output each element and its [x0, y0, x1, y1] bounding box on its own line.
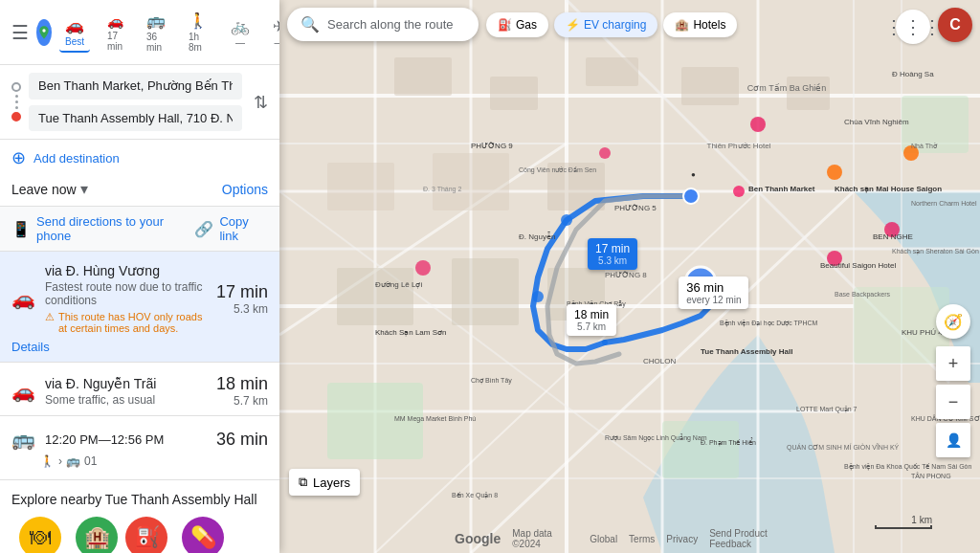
- copy-link-button[interactable]: 🔗 Copy link: [194, 214, 268, 243]
- send-directions-button[interactable]: 📱 Send directions to your phone: [11, 214, 194, 243]
- transport-modes: 🚗 Best 🚗 17 min 🚌 36 min 🚶 1h 8m 🚲 — ✈: [59, 8, 279, 56]
- svg-rect-25: [586, 57, 638, 86]
- mode-walk[interactable]: 🚶 1h 8m: [183, 8, 213, 56]
- send-feedback-link[interactable]: Send Product Feedback: [709, 528, 805, 549]
- layers-button[interactable]: ⧉ Layers: [289, 469, 360, 496]
- global-link[interactable]: Global: [590, 534, 617, 544]
- transit-option[interactable]: 🚌 12:20 PM—12:56 PM 36 min 🚶 › 🚌 01: [0, 416, 279, 480]
- svg-text:CHOLON: CHOLON: [643, 357, 676, 365]
- user-avatar[interactable]: C: [938, 8, 972, 42]
- svg-point-1: [42, 29, 45, 32]
- svg-text:PHƯỜNG 8: PHƯỜNG 8: [605, 271, 647, 279]
- origin-dot: [11, 82, 21, 92]
- route-time-box-1[interactable]: 17 min 5.3 km: [588, 238, 637, 270]
- svg-text:Chợ Bình Tây: Chợ Bình Tây: [471, 377, 512, 385]
- map-search-box[interactable]: 🔍 Search along the route: [287, 8, 479, 41]
- mode-drive[interactable]: 🚗 Best: [59, 12, 90, 53]
- filter-gas[interactable]: ⛽ Gas: [486, 12, 548, 37]
- explore-chip-pharmacies[interactable]: 💊 Pharmacies: [175, 517, 231, 553]
- svg-text:PHƯỜNG 5: PHƯỜNG 5: [614, 204, 657, 212]
- map-area[interactable]: Cơm Tấm Ba Ghiền Thiên Phước Hotel Chùa …: [279, 0, 980, 553]
- svg-text:Đ. Nguyễn: Đ. Nguyễn: [519, 232, 555, 241]
- leave-now-bar: Leave now ▾ Options: [0, 172, 279, 207]
- sidebar: ☰ 🚗 Best 🚗 17 min 🚌 36 min 🚶: [0, 0, 279, 553]
- explore-chip-hotels[interactable]: 🏨 Hotels: [76, 517, 118, 553]
- svg-text:PHƯỜNG 9: PHƯỜNG 9: [471, 142, 513, 150]
- svg-text:Nhà Thờ: Nhà Thờ: [911, 143, 938, 149]
- svg-text:Beautiful Saigon Hotel: Beautiful Saigon Hotel: [820, 261, 896, 270]
- explore-title: Explore nearby Tue Thanh Assembly Hall: [11, 492, 268, 507]
- mode-transit[interactable]: 🚌 36 min: [141, 8, 171, 56]
- explore-chips: 🍽 Restaurants 🏨 Hotels ⛽ Gas 💊 Pharmacie…: [11, 517, 268, 553]
- transport-header: ☰ 🚗 Best 🚗 17 min 🚌 36 min 🚶: [0, 0, 279, 65]
- details-link[interactable]: Details: [11, 340, 268, 354]
- svg-rect-24: [490, 77, 538, 110]
- phone-icon: 📱: [11, 220, 31, 238]
- svg-text:MM Mega Market Bình Phú: MM Mega Market Bình Phú: [394, 415, 476, 423]
- zoom-out-button[interactable]: −: [936, 385, 970, 419]
- svg-rect-32: [452, 258, 519, 325]
- scale-bar: 1 km: [875, 515, 932, 529]
- hotels-filter-icon: 🏨: [675, 18, 689, 32]
- gas-filter-icon: ⛽: [498, 18, 512, 32]
- terms-link[interactable]: Terms: [629, 534, 655, 544]
- transit-stops: 🚶 › 🚌 01: [40, 454, 268, 468]
- privacy-link[interactable]: Privacy: [666, 534, 698, 544]
- svg-text:Khách sạn Sheraton Sài Gòn: Khách sạn Sheraton Sài Gòn: [892, 248, 979, 255]
- mode-flight[interactable]: ✈ —: [267, 13, 279, 52]
- walk-icon-small: 🚶: [40, 454, 55, 468]
- transit-time-box[interactable]: 36 min every 12 min: [679, 276, 748, 309]
- add-destination-button[interactable]: ⊕ Add destination: [0, 140, 279, 172]
- restaurants-icon: 🍽: [19, 517, 61, 553]
- add-icon: ⊕: [11, 147, 26, 168]
- origin-input[interactable]: [29, 73, 242, 100]
- explore-nearby-section: Explore nearby Tue Thanh Assembly Hall 🍽…: [0, 480, 279, 553]
- svg-text:Đ Hoàng Sa: Đ Hoàng Sa: [892, 70, 934, 78]
- map-controls: 🧭 + − 👤: [936, 304, 970, 457]
- mode-bike[interactable]: 🚲 —: [225, 13, 256, 52]
- apps-grid-button[interactable]: ⋮⋮⋮: [896, 10, 930, 44]
- filter-hotels[interactable]: 🏨 Hotels: [663, 12, 737, 37]
- svg-rect-27: [787, 77, 830, 110]
- svg-text:Bệnh viện Đại học Dược TPHCM: Bệnh viện Đại học Dược TPHCM: [720, 320, 818, 327]
- link-icon: 🔗: [194, 220, 213, 238]
- svg-text:Khách sạn Mai House Saigon: Khách sạn Mai House Saigon: [835, 185, 942, 193]
- svg-text:Thiên Phước Hotel: Thiên Phước Hotel: [707, 142, 771, 150]
- explore-chip-restaurants[interactable]: 🍽 Restaurants: [11, 517, 68, 553]
- zoom-in-button[interactable]: +: [936, 346, 970, 381]
- svg-text:TÂN PHONG: TÂN PHONG: [911, 472, 951, 479]
- svg-point-49: [415, 260, 431, 276]
- map-data-text: Map data ©2024: [512, 528, 578, 549]
- warning-icon: ⚠: [45, 311, 55, 323]
- svg-rect-29: [433, 153, 509, 210]
- svg-text:Bệnh viện Đa Khoa Quốc Tế Nam : Bệnh viện Đa Khoa Quốc Tế Nam Sài Gòn: [844, 463, 971, 471]
- svg-text:●: ●: [691, 170, 696, 179]
- car-icon-2: 🚗: [11, 380, 35, 403]
- svg-point-39: [683, 188, 699, 204]
- route-option-1[interactable]: 🚗 via Đ. Hùng Vương Fastest route now du…: [0, 252, 279, 363]
- route-time-box-2[interactable]: 18 min 5.7 km: [567, 304, 616, 336]
- route-option-2[interactable]: 🚗 via Đ. Nguyễn Trãi Some traffic, as us…: [0, 363, 279, 416]
- svg-rect-36: [854, 287, 949, 364]
- options-button[interactable]: Options: [222, 182, 268, 197]
- destination-input[interactable]: [29, 105, 242, 132]
- street-view-button[interactable]: 👤: [936, 423, 970, 457]
- compass-icon: 🧭: [944, 313, 963, 331]
- svg-rect-23: [394, 57, 452, 96]
- compass-button[interactable]: 🧭: [936, 304, 970, 339]
- svg-text:QUÁN CƠM SINH MÍ GIÒN VĨNH KÝ: QUÁN CƠM SINH MÍ GIÒN VĨNH KÝ: [787, 443, 900, 452]
- mode-drive-time[interactable]: 🚗 17 min: [101, 10, 129, 55]
- svg-point-41: [827, 165, 842, 180]
- route-warning: ⚠ This route has HOV only roads at certa…: [45, 311, 207, 334]
- bus-icon-small: 🚌: [66, 454, 80, 468]
- swap-button[interactable]: ⇅: [254, 92, 268, 113]
- explore-chip-gas[interactable]: ⛽ Gas: [125, 517, 167, 553]
- send-copy-bar: 📱 Send directions to your phone 🔗 Copy l…: [0, 207, 279, 252]
- hamburger-button[interactable]: ☰: [11, 21, 29, 44]
- svg-text:Rượu Sâm Ngọc Linh Quảng Nam: Rượu Sâm Ngọc Linh Quảng Nam: [605, 433, 707, 442]
- svg-text:Tue Thanh Assembly Hall: Tue Thanh Assembly Hall: [701, 347, 792, 356]
- filter-ev[interactable]: ⚡ EV charging: [554, 12, 657, 37]
- destination-dot: [11, 112, 21, 122]
- leave-now-button[interactable]: Leave now ▾: [11, 180, 88, 198]
- svg-text:Đường Lê Lợi: Đường Lê Lợi: [375, 280, 422, 289]
